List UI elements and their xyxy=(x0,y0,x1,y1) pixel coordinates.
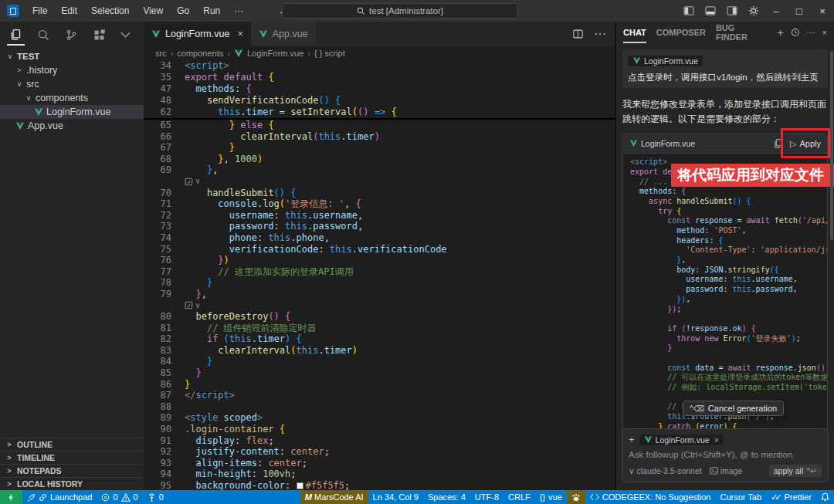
code-line[interactable]: 48 sendVerificationCode() { xyxy=(144,95,615,107)
problems-indicator[interactable]: 0 0 xyxy=(97,490,142,504)
code-line[interactable]: 94 min-height: 100vh; xyxy=(144,468,615,480)
menu-item-go[interactable]: Go xyxy=(170,2,196,19)
marscode-ai-button[interactable]: M MarsCode AI xyxy=(300,490,368,504)
new-chat-icon[interactable]: + xyxy=(777,26,783,39)
code-line[interactable]: 92 justify-content: center; xyxy=(144,446,615,458)
code-line[interactable]: 69 }, xyxy=(144,164,615,176)
code-line[interactable]: 76 }) xyxy=(144,255,615,266)
code-line[interactable]: 35export default { xyxy=(144,72,615,83)
code-line[interactable]: 71 console.log('登录信息: ', { xyxy=(144,198,615,210)
tree-item-loginform-vue[interactable]: LoginForm.vue xyxy=(0,105,144,119)
marscode-paw-button[interactable] xyxy=(567,490,585,504)
cancel-generation-button[interactable]: ^⌫ Cancel generation xyxy=(683,401,784,416)
command-center-search[interactable]: test [Administrator] xyxy=(282,3,518,19)
copy-code-icon[interactable] xyxy=(774,139,782,148)
code-line[interactable]: 34<script> xyxy=(144,60,615,72)
language-mode[interactable]: {} vue xyxy=(535,490,567,504)
code-line[interactable]: 90.login-container { xyxy=(144,424,615,435)
tab-chat[interactable]: CHAT xyxy=(623,22,646,43)
code-line[interactable]: 66 clearInterval(this.timer) xyxy=(144,131,615,143)
tree-item--history[interactable]: >.history xyxy=(0,63,144,77)
code-line[interactable]: 88 xyxy=(144,401,615,413)
cursor-tab-toggle[interactable]: Cursor Tab xyxy=(715,490,766,504)
menu-item-view[interactable]: View xyxy=(136,2,170,19)
window-maximize-button[interactable]: □ xyxy=(788,0,811,22)
section-timeline[interactable]: >TIMELINE xyxy=(0,451,144,464)
code-line[interactable]: 47 methods: { xyxy=(144,83,615,95)
code-line[interactable]: 67 } xyxy=(144,142,615,154)
code-line[interactable]: 80 beforeDestroy() { xyxy=(144,311,615,323)
context-file-chip[interactable]: LoginForm.vue xyxy=(628,56,703,66)
code-line[interactable]: 77 // 这里添加实际的登录API调用 xyxy=(144,266,615,278)
extensions-icon[interactable] xyxy=(93,22,106,48)
chat-close-icon[interactable]: × xyxy=(822,28,827,37)
toggle-sidebar-icon[interactable] xyxy=(678,0,700,22)
code-line[interactable]: 83 clearInterval(this.timer) xyxy=(144,345,615,357)
inline-ai-marker[interactable]: ∨ xyxy=(144,300,615,312)
tab-app-vue[interactable]: App.vue xyxy=(251,22,316,46)
tab-loginform-vue[interactable]: LoginForm.vue × xyxy=(144,22,251,46)
breadcrumb-item[interactable]: LoginForm.vue xyxy=(247,49,303,58)
breadcrumb-item[interactable]: src xyxy=(155,49,167,58)
code-line[interactable]: 78 } xyxy=(144,277,615,289)
code-line[interactable]: 65 } else { xyxy=(144,120,615,131)
code-line[interactable]: 81 // 组件销毁前清除定时器 xyxy=(144,323,615,334)
settings-gear-icon[interactable] xyxy=(743,0,764,22)
code-line[interactable]: 72 username: this.username, xyxy=(144,210,615,222)
tab-bug-finder[interactable]: BUG FINDER xyxy=(716,22,767,43)
split-editor-icon[interactable] xyxy=(573,29,583,39)
chat-scrollbar[interactable] xyxy=(830,51,833,240)
explorer-icon[interactable] xyxy=(9,22,22,48)
encoding-indicator[interactable]: UTF-8 xyxy=(470,490,503,504)
tab-close-icon[interactable]: × xyxy=(237,29,242,39)
image-attach-button[interactable]: image xyxy=(710,466,743,475)
chat-input[interactable] xyxy=(629,450,822,459)
codegeex-status[interactable]: CODEGEEX: No Suggestion xyxy=(585,490,716,504)
chip-close-icon[interactable]: × xyxy=(714,435,719,445)
code-line[interactable]: 91 display: flex; xyxy=(144,435,615,447)
tree-item-src[interactable]: ∨src xyxy=(0,77,144,91)
code-line[interactable]: 84 } xyxy=(144,356,615,367)
remote-indicator[interactable] xyxy=(0,490,22,504)
breadcrumb-item[interactable]: components xyxy=(177,49,223,58)
more-views-chevron-icon[interactable] xyxy=(120,22,131,48)
code-editor[interactable]: 34<script>35export default {47 methods: … xyxy=(144,60,615,490)
code-line[interactable]: 89<style scoped> xyxy=(144,412,615,424)
code-line[interactable]: 82 if (this.timer) { xyxy=(144,333,615,345)
search-view-icon[interactable] xyxy=(37,22,50,48)
eol-indicator[interactable]: CRLF xyxy=(503,490,535,504)
toggle-panel-icon[interactable] xyxy=(700,0,721,22)
tree-root[interactable]: ∨TEST xyxy=(0,49,144,63)
code-line[interactable]: 70 handleSubmit() { xyxy=(144,188,615,199)
menu-item-selection[interactable]: Selection xyxy=(84,2,136,19)
window-close-button[interactable]: × xyxy=(811,0,834,22)
input-context-chip[interactable]: LoginForm.vue × xyxy=(639,435,724,445)
breadcrumb-item[interactable]: { } script xyxy=(314,49,345,58)
chat-history-icon[interactable] xyxy=(791,28,800,37)
chat-more-actions-icon[interactable]: ··· xyxy=(807,28,815,37)
code-line[interactable]: 85 } xyxy=(144,367,615,379)
tab-composer[interactable]: COMPOSER xyxy=(656,22,706,43)
window-minimize-button[interactable]: – xyxy=(764,0,788,22)
toggle-secondary-sidebar-icon[interactable] xyxy=(721,0,743,22)
prettier-status[interactable]: ✓✓ Prettier xyxy=(766,490,816,504)
code-line[interactable]: 73 password: this.password, xyxy=(144,221,615,232)
tree-item-app-vue[interactable]: App.vue xyxy=(0,119,144,133)
tree-item-components[interactable]: ∨components xyxy=(0,91,144,105)
notifications-bell-icon[interactable] xyxy=(816,490,834,504)
cursor-position[interactable]: Ln 34, Col 9 xyxy=(368,490,423,504)
section-local-history[interactable]: >LOCAL HISTORY xyxy=(0,477,144,490)
menu-item-edit[interactable]: Edit xyxy=(54,2,84,19)
code-line[interactable]: 62 this.timer = setInterval(() => { xyxy=(144,107,615,118)
section-outline[interactable]: >OUTLINE xyxy=(0,438,144,451)
apply-button[interactable]: ▷ Apply xyxy=(790,139,821,149)
code-line[interactable]: 86} xyxy=(144,379,615,391)
code-line[interactable]: 95 background-color: #f5f5f5; xyxy=(144,480,615,490)
source-control-icon[interactable] xyxy=(65,22,78,48)
code-line[interactable]: 87</script> xyxy=(144,390,615,401)
launchpad-button[interactable]: Launchpad xyxy=(22,490,97,504)
menu-item-run[interactable]: Run xyxy=(196,2,227,19)
code-line[interactable]: 68 }, 1000) xyxy=(144,154,615,165)
feedback-indicator[interactable]: 0 xyxy=(143,490,168,504)
section-notepads[interactable]: >NOTEPADS xyxy=(0,464,144,477)
